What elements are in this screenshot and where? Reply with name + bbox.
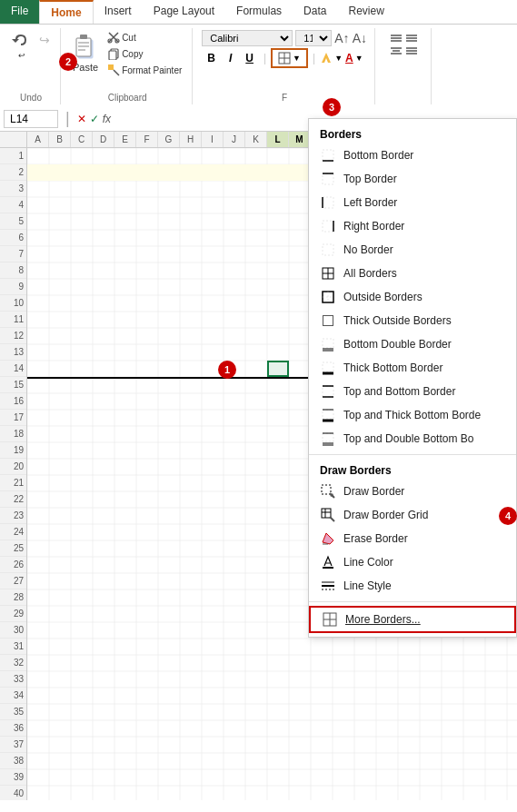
svg-rect-9 bbox=[109, 51, 116, 60]
tab-home[interactable]: Home bbox=[39, 0, 93, 24]
increase-font-button[interactable]: A↑ bbox=[334, 31, 349, 45]
svg-rect-49 bbox=[323, 386, 333, 397]
selected-cell-L14[interactable] bbox=[267, 361, 289, 377]
undo-group: ↩ ↪ Undo bbox=[2, 28, 61, 104]
border-right-item[interactable]: Right Border bbox=[309, 214, 516, 238]
underline-button[interactable]: U bbox=[240, 49, 259, 67]
line-style-item[interactable]: Line Style bbox=[309, 574, 516, 598]
bold-button[interactable]: B bbox=[202, 49, 221, 67]
row-num-27: 27 bbox=[0, 573, 26, 589]
border-thick-bottom-icon bbox=[320, 360, 336, 376]
row-num-37: 37 bbox=[0, 737, 26, 753]
format-painter-button[interactable]: Format Painter bbox=[104, 63, 184, 77]
tab-insert[interactable]: Insert bbox=[94, 0, 143, 24]
row-num-26: 26 bbox=[0, 557, 26, 573]
svg-line-65 bbox=[330, 517, 334, 521]
draw-border-grid-item[interactable]: Draw Border Grid bbox=[309, 503, 516, 527]
decrease-font-button[interactable]: A↓ bbox=[353, 31, 367, 45]
font-color-button[interactable]: A ▼ bbox=[345, 52, 363, 64]
border-right-icon bbox=[320, 218, 336, 234]
step-bubble-4: 4 bbox=[499, 507, 517, 525]
redo-button[interactable]: ↪ bbox=[36, 30, 53, 50]
draw-border-item[interactable]: Draw Border bbox=[309, 480, 516, 503]
line-color-item[interactable]: Line Color bbox=[309, 550, 516, 574]
border-thick-bottom-item[interactable]: Thick Bottom Border bbox=[309, 356, 516, 380]
more-borders-label: More Borders... bbox=[345, 613, 421, 626]
row-num-16: 16 bbox=[0, 393, 26, 410]
border-bottom-label: Bottom Border bbox=[343, 149, 413, 162]
border-top-label: Top Border bbox=[343, 173, 397, 185]
font-family-select[interactable]: Calibri bbox=[202, 30, 293, 46]
tab-review[interactable]: Review bbox=[337, 0, 394, 24]
svg-rect-59 bbox=[322, 485, 331, 494]
border-top-thick-bottom-label: Top and Thick Bottom Borde bbox=[343, 409, 481, 421]
row-num-header bbox=[0, 132, 27, 147]
border-none-icon bbox=[320, 242, 336, 258]
col-I: I bbox=[202, 132, 224, 147]
border-left-label: Left Border bbox=[343, 196, 397, 209]
row-num-40: 40 bbox=[0, 786, 26, 800]
border-bottom-icon bbox=[320, 147, 336, 163]
row-num-24: 24 bbox=[0, 524, 26, 540]
border-outside-item[interactable]: Outside Borders bbox=[309, 285, 516, 309]
border-left-item[interactable]: Left Border bbox=[309, 191, 516, 214]
col-C: C bbox=[71, 132, 93, 147]
border-bottom-double-icon bbox=[320, 336, 336, 352]
border-bottom-double-label: Bottom Double Border bbox=[343, 338, 452, 351]
tab-formulas[interactable]: Formulas bbox=[225, 0, 293, 24]
svg-rect-29 bbox=[323, 173, 333, 184]
cut-button[interactable]: Cut bbox=[104, 30, 184, 45]
border-thick-outside-item[interactable]: Thick Outside Borders bbox=[309, 309, 516, 332]
cancel-formula-icon[interactable]: ✕ bbox=[77, 113, 86, 125]
ribbon-content: ↩ ↪ Undo Paste bbox=[0, 25, 517, 106]
border-top-double-bottom-item[interactable]: Top and Double Bottom Bo bbox=[309, 427, 516, 451]
border-bottom-double-item[interactable]: Bottom Double Border bbox=[309, 332, 516, 356]
line-style-icon bbox=[320, 578, 336, 594]
svg-rect-5 bbox=[78, 49, 85, 51]
clipboard-group: Paste Cut Copy Format Painter Clipboard bbox=[63, 28, 193, 104]
formula-icons: ✕ ✓ fx bbox=[77, 113, 111, 125]
row-num-31: 31 bbox=[0, 639, 26, 655]
row-num-22: 22 bbox=[0, 491, 26, 508]
border-top-item[interactable]: Top Border bbox=[309, 167, 516, 191]
border-bottom-item[interactable]: Bottom Border bbox=[309, 144, 516, 167]
row-num-32: 32 bbox=[0, 655, 26, 671]
cell-bottom-border bbox=[27, 377, 333, 379]
row-num-11: 11 bbox=[0, 312, 26, 328]
row-num-39: 39 bbox=[0, 769, 26, 786]
copy-button[interactable]: Copy bbox=[104, 46, 184, 61]
svg-rect-3 bbox=[78, 42, 89, 44]
row-num-1: 1 bbox=[0, 148, 26, 164]
tab-file[interactable]: File bbox=[0, 0, 39, 24]
col-E: E bbox=[114, 132, 136, 147]
more-borders-item[interactable]: More Borders... bbox=[309, 606, 516, 633]
border-none-item[interactable]: No Border bbox=[309, 238, 516, 262]
tab-data[interactable]: Data bbox=[293, 0, 337, 24]
italic-button[interactable]: I bbox=[224, 49, 237, 67]
row-num-33: 33 bbox=[0, 671, 26, 688]
col-L: L bbox=[267, 132, 289, 147]
border-thick-bottom-label: Thick Bottom Border bbox=[343, 361, 442, 374]
insert-function-icon[interactable]: fx bbox=[103, 113, 111, 125]
row-num-17: 17 bbox=[0, 410, 26, 426]
border-top-bottom-item[interactable]: Top and Bottom Border bbox=[309, 380, 516, 403]
row-num-28: 28 bbox=[0, 589, 26, 606]
col-F: F bbox=[136, 132, 158, 147]
cell-reference-input[interactable]: L14 bbox=[4, 110, 58, 128]
col-H: H bbox=[180, 132, 202, 147]
erase-border-item[interactable]: Erase Border bbox=[309, 527, 516, 550]
tab-page-layout[interactable]: Page Layout bbox=[143, 0, 225, 24]
border-all-item[interactable]: All Borders bbox=[309, 262, 516, 285]
undo-button[interactable]: ↩ bbox=[9, 30, 35, 63]
font-size-select[interactable]: 11 bbox=[295, 30, 332, 46]
border-top-thick-bottom-item[interactable]: Top and Thick Bottom Borde bbox=[309, 403, 516, 427]
row-num-14: 14 bbox=[0, 361, 26, 377]
row-num-4: 4 bbox=[0, 197, 26, 213]
border-top-bottom-icon bbox=[320, 383, 336, 400]
draw-border-label: Draw Border bbox=[343, 485, 404, 498]
fill-color-button[interactable]: ▼ bbox=[320, 52, 343, 64]
borders-button[interactable]: ▼ bbox=[271, 48, 308, 68]
confirm-formula-icon[interactable]: ✓ bbox=[90, 113, 99, 125]
paste-button[interactable]: Paste bbox=[70, 30, 101, 75]
formula-bar-separator: | bbox=[62, 109, 74, 128]
